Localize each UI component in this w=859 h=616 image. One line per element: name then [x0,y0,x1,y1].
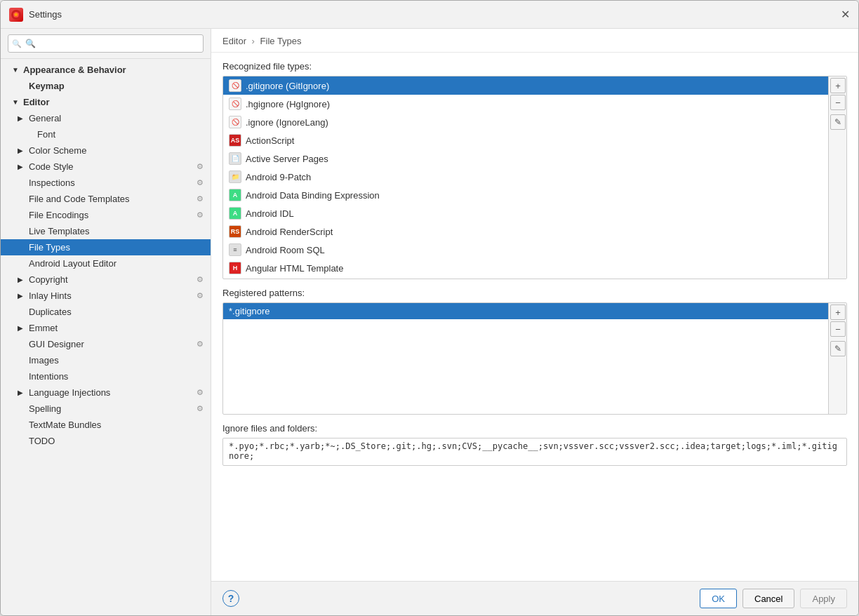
recognized-list-item[interactable]: AS ActionScript [223,131,828,149]
cancel-button[interactable]: Cancel [743,589,794,608]
sidebar-item-label: Images [29,355,59,366]
recognized-list-item[interactable]: A Android IDL [223,204,828,222]
sidebar-item-inlay-hints[interactable]: ▶Inlay Hints⚙ [1,288,211,304]
settings-icon: ⚙ [197,194,204,203]
recognized-list-item[interactable]: A Android Data Binding Expression [223,186,828,204]
sidebar-item-language-injections[interactable]: ▶Language Injections⚙ [1,384,211,401]
sidebar-item-textmate-bundles[interactable]: TextMate Bundles [1,417,211,433]
sidebar-item-live-templates[interactable]: Live Templates [1,223,211,239]
main-content: Editor › File Types Recognized file type… [211,29,858,615]
recognized-list-item[interactable]: RS Android RenderScript [223,222,828,241]
sidebar-item-file-types[interactable]: File Types [1,239,211,255]
list-item-label: Android 9-Patch [246,172,311,182]
expand-arrow: ▶ [18,114,26,122]
file-type-icon: A [229,189,241,201]
add-pattern-button[interactable]: + [830,304,846,320]
remove-pattern-button[interactable]: − [830,321,846,337]
recognized-list-item[interactable]: 📁 Android 9-Patch [223,168,828,186]
bottom-left: ? [222,589,239,608]
expand-arrow: ▶ [18,292,26,300]
edit-filetype-button[interactable]: ✎ [830,114,846,130]
sidebar-item-copyright[interactable]: ▶Copyright⚙ [1,272,211,288]
help-button[interactable]: ? [222,590,239,607]
add-filetype-button[interactable]: + [830,78,846,93]
sidebar-item-android-layout[interactable]: Android Layout Editor [1,255,211,272]
sidebar-item-appearance[interactable]: ▼Appearance & Behavior [1,62,211,78]
edit-pattern-button[interactable]: ✎ [830,341,846,356]
file-type-icon: 🚫 [229,79,241,92]
settings-icon: ⚙ [197,404,204,413]
recognized-list-item[interactable]: 📄 Active Server Pages [223,149,828,168]
sidebar-item-color-scheme[interactable]: ▶Color Scheme [1,142,211,159]
settings-icon: ⚙ [197,340,204,349]
breadcrumb: Editor › File Types [211,29,858,53]
sidebar-item-spelling[interactable]: Spelling⚙ [1,401,211,417]
expand-arrow: ▶ [18,389,26,396]
recognized-list-item[interactable]: 🚫 .ignore (IgnoreLang) [223,113,828,131]
list-item-label: .ignore (IgnoreLang) [246,117,328,128]
sidebar-item-label: Live Templates [29,226,89,236]
sidebar-item-general[interactable]: ▶General [1,110,211,126]
patterns-controls: + − ✎ [828,303,846,414]
sidebar-item-label: File and Code Templates [29,194,130,204]
pattern-list-item[interactable]: *.gitignore [223,303,828,319]
ok-button[interactable]: OK [700,589,737,608]
recognized-controls: + − ✎ [828,76,846,279]
sidebar-item-label: Intentions [29,371,68,382]
settings-icon: ⚙ [197,275,204,284]
sidebar-item-font[interactable]: Font [1,126,211,142]
sidebar-item-label: File Types [29,242,70,253]
sidebar-item-inspections[interactable]: Inspections⚙ [1,175,211,191]
file-type-icon: 📁 [229,170,241,183]
recognized-list-item[interactable]: H Angular SVG Template [223,277,828,279]
sidebar-item-label: Inspections [29,178,75,188]
sidebar-item-label: Duplicates [29,307,72,317]
sidebar-item-label: Copyright [29,274,68,285]
file-type-icon: 📄 [229,152,241,165]
list-item-label: .hgignore (HgIgnore) [246,99,330,109]
recognized-list-item[interactable]: 🚫 .hgignore (HgIgnore) [223,95,828,113]
close-button[interactable]: ✕ [840,10,850,20]
sidebar-item-todo[interactable]: TODO [1,433,211,449]
sidebar-item-label: Editor [23,97,50,107]
settings-icon: ⚙ [197,178,204,187]
sidebar-item-label: File Encodings [29,210,88,220]
ignore-input[interactable] [222,438,847,466]
breadcrumb-file-types: File Types [260,36,302,46]
expand-arrow: ▼ [12,66,20,74]
sidebar: ▼Appearance & BehaviorKeymap▼Editor▶Gene… [1,29,211,615]
sidebar-item-emmet[interactable]: ▶Emmet [1,320,211,336]
recognized-list-item[interactable]: H Angular HTML Template [223,259,828,277]
sidebar-item-label: TextMate Bundles [29,420,101,430]
sidebar-item-label: Appearance & Behavior [23,65,126,75]
patterns-label: Registered patterns: [222,288,847,298]
recognized-list-item[interactable]: 🚫 .gitignore (GitIgnore) [223,76,828,95]
remove-filetype-button[interactable]: − [830,95,846,110]
sidebar-item-label: TODO [29,436,55,446]
expand-arrow: ▶ [18,163,26,170]
recognized-list-item[interactable]: ≡ Android Room SQL [223,241,828,259]
patterns-list-wrap: *.gitignore + − ✎ [222,302,847,415]
sidebar-item-images[interactable]: Images [1,352,211,368]
sidebar-item-keymap[interactable]: Keymap [1,78,211,94]
expand-arrow: ▼ [12,98,20,106]
list-item-label: Android RenderScript [246,227,333,237]
sidebar-item-intentions[interactable]: Intentions [1,368,211,384]
expand-arrow: ▶ [18,324,26,332]
sidebar-item-file-encodings[interactable]: File Encodings⚙ [1,207,211,223]
sidebar-item-duplicates[interactable]: Duplicates [1,304,211,320]
patterns-section: Registered patterns: *.gitignore + − ✎ [222,288,847,415]
settings-window: Settings ✕ ▼Appearance & BehaviorKeymap▼… [0,0,859,616]
sidebar-item-editor[interactable]: ▼Editor [1,94,211,110]
recognized-label: Recognized file types: [222,61,847,72]
sidebar-nav: ▼Appearance & BehaviorKeymap▼Editor▶Gene… [1,59,211,615]
sidebar-item-label: Emmet [29,323,58,333]
pattern-label: *.gitignore [229,306,270,316]
sidebar-item-file-code-templates[interactable]: File and Code Templates⚙ [1,191,211,207]
apply-button[interactable]: Apply [800,589,847,608]
search-input[interactable] [8,34,204,53]
sidebar-item-code-style[interactable]: ▶Code Style⚙ [1,159,211,175]
sidebar-item-gui-designer[interactable]: GUI Designer⚙ [1,336,211,352]
breadcrumb-editor: Editor [222,36,246,46]
settings-icon: ⚙ [197,291,204,300]
